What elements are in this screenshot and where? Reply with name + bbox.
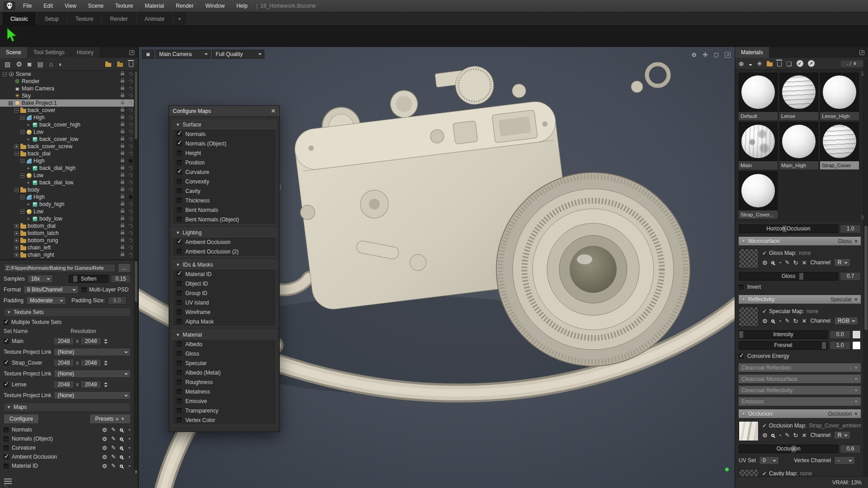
dialog-map-checkbox[interactable] [177,399,182,404]
dialog-map-item[interactable]: Convexity [173,177,276,186]
tree-row-back_dial[interactable]: −back_dial [0,150,138,157]
tree-row-back_dial_low[interactable]: +back_dial_low [0,179,138,186]
lock-icon[interactable] [121,181,124,184]
viewport-split-icon[interactable]: ✛ [703,51,708,58]
map-bake-sphere-icon[interactable]: ◔ [127,445,131,451]
dissolve-material-icon[interactable]: ✳ [757,60,762,67]
lock-icon[interactable] [121,217,124,220]
resolution-height-field[interactable]: 2048 [80,359,101,367]
dialog-map-checkbox[interactable] [177,207,182,212]
visibility-icon[interactable] [128,86,133,91]
map-thumbnail[interactable] [739,249,759,268]
texture-project-link-dropdown[interactable]: (None) [54,370,131,378]
tree-row-body_low[interactable]: +body_low [0,215,138,222]
export-material-icon[interactable]: ↗ [808,60,815,67]
workspace-tab-animate[interactable]: Animate [137,12,172,25]
dialog-map-item[interactable]: Emissive [173,396,276,406]
dialog-map-checkbox[interactable] [177,179,182,184]
materials-scrollbar[interactable] [863,59,868,476]
slider-value-field[interactable]: 0.6 [840,445,861,453]
map-settings-gear-icon[interactable]: ⚙ [102,445,107,451]
map-reload-icon[interactable]: ↻ [793,318,798,324]
lock-icon[interactable] [121,160,124,162]
map-clear-icon[interactable]: ✕ [802,259,807,266]
dialog-map-item[interactable]: Group ID [173,288,276,298]
tree-row-bottom_rung[interactable]: +bottom_rung [0,237,138,244]
dialog-map-checkbox[interactable] [177,239,182,244]
map-gear-icon[interactable]: ⚙ [762,259,768,266]
dialog-map-checkbox[interactable] [177,291,182,296]
soften-value-field[interactable]: 0.15 [111,275,131,283]
visibility-icon[interactable] [128,71,133,76]
visibility-icon[interactable] [128,209,133,214]
map-reload-icon[interactable]: ↻ [793,259,798,266]
map-sphere-icon[interactable]: ◔ [778,318,782,324]
dialog-map-item[interactable]: Roughness [173,377,276,387]
delete-material-icon[interactable] [777,61,782,66]
dialog-map-checkbox[interactable] [177,131,182,136]
dialog-map-checkbox[interactable] [177,249,182,254]
resolution-stepper[interactable] [103,359,108,367]
samples-dropdown[interactable]: 16x [28,275,53,283]
viewport-settings-gear-icon[interactable]: ⚙ [691,52,697,58]
visibility-icon[interactable] [128,100,133,105]
add-workspace-tab-button[interactable]: + [174,12,186,25]
add-shadow-catcher-icon[interactable]: ⌂ [49,61,53,68]
visibility-icon[interactable] [128,115,133,120]
slider-track[interactable]: Intensity [739,330,828,339]
tree-expander-icon[interactable]: + [26,165,30,171]
map-preview-zoom-icon[interactable] [120,437,123,441]
dialog-map-item[interactable]: Position [173,158,276,167]
map-settings-gear-icon[interactable]: ⚙ [102,436,107,442]
dialog-map-item[interactable]: Object ID [173,279,276,288]
camera-select-dropdown[interactable]: Main Camera [156,50,211,59]
dialog-map-item[interactable]: Normals (Object) [173,139,276,148]
tree-row-render[interactable]: ⚙Render [0,78,138,85]
visibility-icon[interactable] [128,223,133,228]
tree-expander-icon[interactable]: + [14,246,19,250]
lock-icon[interactable] [121,196,124,198]
lock-icon[interactable] [121,80,124,83]
tree-expander-icon[interactable]: + [26,180,30,185]
dialog-map-checkbox[interactable] [177,150,182,155]
lock-icon[interactable] [121,246,124,249]
visibility-icon[interactable] [128,173,133,178]
tree-expander-icon[interactable]: + [26,122,30,127]
resolution-width-field[interactable]: 2048 [53,380,74,389]
visibility-icon[interactable] [128,252,133,257]
dialog-map-checkbox[interactable] [177,217,182,222]
tree-expander-icon[interactable]: + [26,216,30,221]
dialog-section-header[interactable]: ▼Lighting [173,228,276,237]
tree-row-back_dial_high[interactable]: +back_dial_high [0,164,138,172]
panel-tab-tool-settings[interactable]: Tool Settings [28,47,71,58]
tree-row-high[interactable]: −High [0,114,138,121]
dialog-map-item[interactable]: Metalness [173,387,276,396]
padding-dropdown[interactable]: Moderate [26,296,66,305]
texture-set-checkbox[interactable] [4,382,9,387]
lock-icon[interactable] [121,203,124,206]
texture-sets-header[interactable]: ▼Texture Sets [4,308,131,317]
maps-header[interactable]: ▼Maps [4,403,131,412]
map-settings-gear-icon[interactable]: ⚙ [102,427,107,433]
dialog-map-checkbox[interactable] [177,310,182,314]
tree-expander-icon[interactable]: + [14,224,19,228]
map-paint-icon[interactable]: ✎ [785,259,790,266]
panel-popout-icon[interactable]: ↗ [129,50,134,55]
channel-dropdown[interactable]: RGB [834,317,858,325]
group-folder-icon[interactable] [117,63,123,67]
map-checkbox[interactable] [4,436,9,441]
visibility-icon[interactable] [128,93,133,98]
configure-button[interactable]: Configure [4,414,39,424]
dialog-map-checkbox[interactable] [177,389,182,394]
tree-row-high[interactable]: −High [0,193,138,201]
visibility-icon[interactable] [128,230,133,235]
tree-row-back_cover_low[interactable]: +back_cover_low [0,136,138,143]
dialog-map-checkbox[interactable] [177,342,182,347]
map-sphere-icon[interactable]: ◔ [778,432,782,439]
slider-track[interactable]: Fresnel [739,341,828,350]
visibility-icon[interactable] [128,108,133,113]
visibility-icon[interactable] [128,238,133,243]
output-path-field[interactable]: Z:/FlippedNormals/Baking for Games/Refe [4,264,115,272]
map-settings-gear-icon[interactable]: ⚙ [102,454,107,460]
dialog-map-checkbox[interactable] [177,300,182,305]
